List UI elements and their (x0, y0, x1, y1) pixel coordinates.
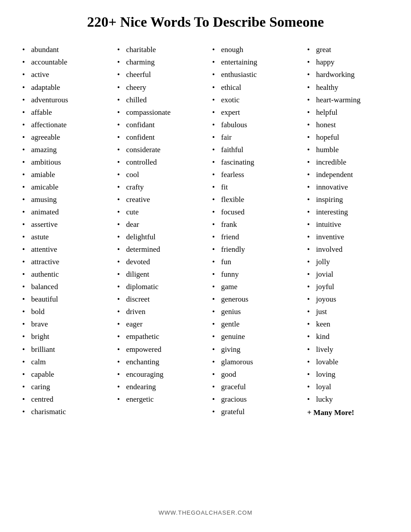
list-item: delightful (117, 231, 199, 243)
list-item: fair (212, 131, 294, 144)
list-item: dear (117, 218, 199, 231)
list-item: humble (307, 144, 389, 156)
list-item: assertive (22, 218, 104, 231)
list-item: game (212, 281, 294, 293)
list-item: active (22, 69, 104, 81)
list-item: fascinating (212, 156, 294, 169)
list-item: agreeable (22, 131, 104, 144)
list-item: happy (307, 56, 389, 69)
list-item: grateful (212, 406, 294, 418)
list-item: brilliant (22, 343, 104, 356)
list-item: kind (307, 330, 389, 343)
list-item: innovative (307, 181, 389, 193)
list-item: flexible (212, 193, 294, 206)
list-item: affable (22, 106, 104, 119)
list-item: incredible (307, 156, 389, 169)
list-item: helpful (307, 106, 389, 119)
list-item: astute (22, 231, 104, 243)
list-item: discreet (117, 293, 199, 306)
list-item: considerate (117, 144, 199, 156)
list-item: enough (212, 44, 294, 56)
list-item: affectionate (22, 119, 104, 131)
word-list-1: abundantaccountableactiveadaptableadvent… (22, 44, 104, 418)
list-item: balanced (22, 281, 104, 293)
list-item: diplomatic (117, 281, 199, 293)
list-item: brave (22, 318, 104, 330)
list-item: enthusiastic (212, 69, 294, 81)
list-item: just (307, 306, 389, 318)
list-item: expert (212, 106, 294, 119)
list-item: calm (22, 356, 104, 368)
list-item: animated (22, 206, 104, 218)
list-item: fabulous (212, 119, 294, 131)
list-item: beautiful (22, 293, 104, 306)
list-item: attentive (22, 243, 104, 256)
list-item: confidant (117, 119, 199, 131)
word-list-4: greathappyhardworkinghealthyheart-warmin… (307, 44, 389, 405)
list-item: amazing (22, 144, 104, 156)
list-item: charismatic (22, 406, 104, 418)
list-item: genius (212, 306, 294, 318)
list-item: amusing (22, 193, 104, 206)
list-item: generous (212, 293, 294, 306)
list-item: fearless (212, 169, 294, 181)
list-item: cheerful (117, 69, 199, 81)
footer-url: WWW.THEGOALCHASER.COM (159, 509, 253, 516)
list-item: bold (22, 306, 104, 318)
list-item: fit (212, 181, 294, 193)
list-item: charming (117, 56, 199, 69)
list-item: faithful (212, 144, 294, 156)
page-wrapper: 220+ Nice Words To Describe Someone abun… (0, 0, 411, 532)
list-item: chilled (117, 94, 199, 106)
list-item: joyful (307, 281, 389, 293)
list-item: cheery (117, 81, 199, 94)
list-item: healthy (307, 81, 389, 94)
column-1: abundantaccountableactiveadaptableadvent… (18, 44, 109, 500)
list-item: jovial (307, 268, 389, 281)
list-item: controlled (117, 156, 199, 169)
list-item: crafty (117, 181, 199, 193)
list-item: bright (22, 330, 104, 343)
list-item: caring (22, 381, 104, 393)
list-item: interesting (307, 206, 389, 218)
list-item: attractive (22, 256, 104, 268)
list-item: enchanting (117, 356, 199, 368)
list-item: creative (117, 193, 199, 206)
list-item: glamorous (212, 356, 294, 368)
list-item: accountable (22, 56, 104, 69)
list-item: honest (307, 119, 389, 131)
column-4: greathappyhardworkinghealthyheart-warmin… (303, 44, 394, 500)
list-item: endearing (117, 381, 199, 393)
list-item: hardworking (307, 69, 389, 81)
list-item: frank (212, 218, 294, 231)
list-item: fun (212, 256, 294, 268)
list-item: driven (117, 306, 199, 318)
list-item: independent (307, 169, 389, 181)
list-item: diligent (117, 268, 199, 281)
list-item: great (307, 44, 389, 56)
list-item: energetic (117, 393, 199, 406)
list-item: involved (307, 243, 389, 256)
list-item: hopeful (307, 131, 389, 144)
list-item: gracious (212, 393, 294, 406)
list-item: devoted (117, 256, 199, 268)
list-item: graceful (212, 381, 294, 393)
word-list-2: charitablecharmingcheerfulcheerychilledc… (117, 44, 199, 405)
list-item: empathetic (117, 330, 199, 343)
list-item: jolly (307, 256, 389, 268)
list-item: cool (117, 169, 199, 181)
list-item: confident (117, 131, 199, 144)
list-item: friendly (212, 243, 294, 256)
list-item: exotic (212, 94, 294, 106)
list-item: giving (212, 343, 294, 356)
list-item: determined (117, 243, 199, 256)
list-item: funny (212, 268, 294, 281)
list-item: centred (22, 393, 104, 406)
list-item: ethical (212, 81, 294, 94)
list-item: lively (307, 343, 389, 356)
page-title: 220+ Nice Words To Describe Someone (18, 13, 393, 30)
footer: WWW.THEGOALCHASER.COM (18, 508, 393, 523)
word-list-3: enoughentertainingenthusiasticethicalexo… (212, 44, 294, 418)
columns-container: abundantaccountableactiveadaptableadvent… (18, 44, 393, 500)
list-item: intuitive (307, 218, 389, 231)
